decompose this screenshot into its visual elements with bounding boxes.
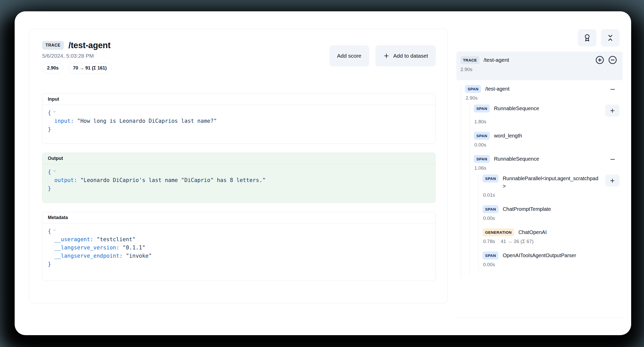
span-duration: 0.01s xyxy=(483,192,623,198)
tree-item-word-length[interactable]: SPAN word_length 0.00s xyxy=(474,132,623,151)
collapse-chevron-icon[interactable] xyxy=(52,228,57,232)
metadata-panel-title: Metadata xyxy=(42,212,435,223)
json-key: input xyxy=(54,118,74,124)
trace-duration: 2.90s xyxy=(460,67,617,72)
award-icon xyxy=(583,34,591,42)
json-key: __langserve_version xyxy=(54,245,119,251)
close-brace: } xyxy=(48,261,51,267)
span-duration: 0.00s xyxy=(474,142,623,148)
span-name: RunnableSequence xyxy=(494,155,539,163)
span-badge: SPAN xyxy=(474,105,490,112)
span-badge: SPAN xyxy=(474,132,490,140)
expand-all-button[interactable] xyxy=(595,56,604,64)
generation-badge: GENERATION xyxy=(483,228,514,236)
output-panel-title: Output xyxy=(42,153,435,164)
tree-item-chat-prompt-template[interactable]: SPAN ChatPromptTemplate 0.00s xyxy=(483,205,623,225)
token-usage-pill: 70 → 91 (Σ 161) xyxy=(68,63,112,73)
metadata-json-viewer: {__useragent"testclient"__langserve_vers… xyxy=(42,223,435,272)
tree-item-chat-openai[interactable]: GENERATION ChatOpenAI 0.78s 41 → 26 (Σ 6… xyxy=(483,228,623,248)
page-title: /test-agent xyxy=(68,40,111,50)
span-name: OpenAIToolsAgentOutputParser xyxy=(503,251,576,259)
plus-icon xyxy=(609,108,615,114)
output-panel: Output {output"Leonardo DiCaprio's last … xyxy=(42,153,436,203)
json-value: "Leonardo DiCaprio's last name "DiCaprio… xyxy=(80,177,266,183)
span-name: RunnableSequence xyxy=(494,105,539,112)
span-badge: SPAN xyxy=(483,251,498,259)
tree-item-trace[interactable]: TRACE /test-agent 2.90s xyxy=(456,51,623,80)
tree-item-output-parser[interactable]: SPAN OpenAIToolsAgentOutputParser 0.00s xyxy=(483,251,623,271)
json-value: "invoke" xyxy=(126,253,152,259)
input-panel: Input {input"How long is Leonardo DiCapr… xyxy=(42,93,436,144)
circle-minus-icon xyxy=(608,56,617,64)
trace-type-badge: TRACE xyxy=(42,41,64,50)
span-duration: 1.80s xyxy=(474,119,623,125)
trace-badge: TRACE xyxy=(460,56,479,64)
scores-button[interactable] xyxy=(578,29,596,47)
output-json-viewer: {output"Leonardo DiCaprio's last name "D… xyxy=(42,164,435,196)
span-badge: SPAN xyxy=(483,175,498,183)
minus-icon xyxy=(609,156,616,163)
add-to-dataset-label: Add to dataset xyxy=(393,53,428,59)
trace-header: TRACE /test-agent 5/6/2024, 5:03:28 PM 2… xyxy=(42,40,112,73)
minus-icon xyxy=(609,86,616,93)
collapse-node-button[interactable] xyxy=(609,156,616,163)
json-entry: __langserve_version"0.1.1" xyxy=(48,244,430,252)
collapse-chevron-icon[interactable] xyxy=(52,109,57,114)
tree-item-runnable-parallel[interactable]: SPAN RunnableParallel<input,agent_scratc… xyxy=(483,175,623,202)
collapse-node-button[interactable] xyxy=(609,86,616,93)
json-key: __useragent xyxy=(54,236,93,242)
json-entry: __useragent"testclient" xyxy=(48,235,430,244)
plus-icon xyxy=(383,53,390,59)
fold-vertical-icon xyxy=(606,34,614,42)
json-value: "0.1.1" xyxy=(123,245,146,251)
tree-item-runnable-sequence-1[interactable]: SPAN RunnableSequence 1.80s xyxy=(474,105,623,128)
expand-node-button[interactable] xyxy=(605,175,620,187)
app-window: TRACE /test-agent 5/6/2024, 5:03:28 PM 2… xyxy=(15,11,631,335)
close-brace: } xyxy=(48,185,51,192)
open-brace: { xyxy=(48,169,51,175)
json-key: output xyxy=(54,177,77,183)
json-entry: input"How long is Leonardo DiCaprios las… xyxy=(48,117,430,125)
trace-timestamp: 5/6/2024, 5:03:28 PM xyxy=(42,53,112,59)
input-json-viewer: {input"How long is Leonardo DiCaprios la… xyxy=(42,105,435,137)
span-duration: 2.90s xyxy=(466,95,623,101)
tree-item-runnable-sequence-2[interactable]: SPAN RunnableSequence 1.06s xyxy=(474,155,623,275)
add-to-dataset-button[interactable]: Add to dataset xyxy=(375,45,436,66)
span-duration: 0.00s xyxy=(483,262,623,267)
input-panel-title: Input xyxy=(42,94,435,105)
generation-duration: 0.78s xyxy=(483,239,495,244)
close-brace: } xyxy=(48,126,51,132)
collapse-all-tree-button[interactable] xyxy=(608,56,617,64)
span-tree: SPAN /test-agent 2.90s SPAN RunnableSequ… xyxy=(456,81,623,318)
json-value: "testclient" xyxy=(97,236,136,242)
span-name: RunnableParallel<input,agent_scratchpad> xyxy=(503,175,601,190)
json-value: "How long is Leonardo DiCaprios last nam… xyxy=(77,118,217,124)
span-badge: SPAN xyxy=(483,205,498,213)
generation-token-usage: 41 → 26 (Σ 67) xyxy=(501,239,533,244)
add-score-label: Add score xyxy=(337,53,361,59)
open-brace: { xyxy=(48,228,51,234)
span-duration: 0.00s xyxy=(483,215,623,221)
collapse-all-button[interactable] xyxy=(601,29,620,47)
collapse-chevron-icon[interactable] xyxy=(52,169,57,173)
metadata-panel: Metadata {__useragent"testclient"__langs… xyxy=(42,212,436,281)
span-duration: 1.06s xyxy=(474,165,623,171)
generation-name: ChatOpenAI xyxy=(518,228,547,236)
trace-detail-card: TRACE /test-agent 5/6/2024, 5:03:28 PM 2… xyxy=(29,29,448,303)
latency-pill: 2.90s xyxy=(42,63,64,73)
json-entry: output"Leonardo DiCaprio's last name "Di… xyxy=(48,176,430,184)
trace-name: /test-agent xyxy=(484,56,509,64)
span-name: word_length xyxy=(494,132,522,140)
span-badge: SPAN xyxy=(465,85,481,93)
open-brace: { xyxy=(48,110,51,116)
span-badge: SPAN xyxy=(474,155,490,163)
expand-node-button[interactable] xyxy=(605,105,620,117)
json-entry: __langserve_endpoint"invoke" xyxy=(48,252,430,260)
header-actions: Add score Add to dataset xyxy=(329,45,436,66)
span-name: /test-agent xyxy=(485,85,510,93)
circle-plus-icon xyxy=(595,56,604,64)
tree-item-root-span[interactable]: SPAN /test-agent 2.90s SPAN RunnableSequ… xyxy=(465,85,623,278)
plus-icon xyxy=(609,178,615,184)
span-name: ChatPromptTemplate xyxy=(503,205,551,213)
add-score-button[interactable]: Add score xyxy=(329,45,369,66)
